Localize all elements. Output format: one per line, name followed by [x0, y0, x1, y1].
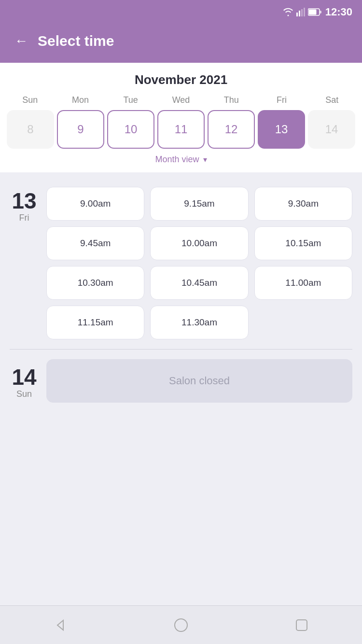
time-slot-900am[interactable]: 9.00am — [46, 187, 144, 221]
salon-closed-label: Salon closed — [169, 375, 230, 387]
time-slots-grid-13: 9.00am9.15am9.30am9.45am10.00am10.15am10… — [46, 187, 352, 339]
status-time: 12:30 — [325, 6, 352, 18]
home-nav-button[interactable] — [173, 617, 189, 633]
back-button[interactable]: ← — [14, 33, 28, 49]
chevron-down-icon: ▾ — [203, 155, 207, 164]
back-nav-button[interactable] — [53, 617, 68, 633]
status-bar: 12:30 — [0, 0, 362, 24]
svg-rect-3 — [304, 8, 305, 16]
day-header-fri: Fri — [256, 95, 306, 105]
day-header-tue: Tue — [106, 95, 156, 105]
cal-day-11[interactable]: 11 — [157, 110, 205, 149]
time-slot-1015am[interactable]: 10.15am — [254, 226, 352, 260]
salon-closed-box: Salon closed — [46, 359, 352, 403]
svg-marker-7 — [57, 620, 63, 630]
status-icons — [283, 8, 321, 16]
time-slot-1045am[interactable]: 10.45am — [150, 266, 248, 300]
day-name-14: Sun — [16, 389, 32, 399]
calendar-section: November 2021 Sun Mon Tue Wed Thu Fri Sa… — [0, 63, 362, 172]
app-header: ← Select time — [0, 24, 362, 63]
recents-nav-button[interactable] — [294, 617, 309, 633]
signal-icon — [296, 8, 305, 16]
svg-rect-9 — [296, 620, 307, 630]
cal-day-9[interactable]: 9 — [57, 110, 104, 149]
cal-day-13[interactable]: 13 — [258, 110, 305, 149]
cal-day-14: 14 — [308, 110, 355, 149]
time-slot-1000am[interactable]: 10.00am — [150, 226, 248, 260]
month-view-toggle[interactable]: Month view ▾ — [5, 149, 357, 168]
nav-bar — [0, 605, 362, 644]
time-slot-1030am[interactable]: 10.30am — [46, 266, 144, 300]
month-year-title: November 2021 — [5, 72, 357, 87]
cal-day-10[interactable]: 10 — [107, 110, 154, 149]
svg-rect-5 — [308, 10, 316, 15]
wifi-icon — [283, 8, 293, 16]
time-slot-930am[interactable]: 9.30am — [254, 187, 352, 221]
cal-day-12[interactable]: 12 — [208, 110, 255, 149]
month-view-label: Month view — [155, 154, 199, 165]
day-label-14: 14 Sun — [10, 363, 39, 399]
svg-rect-6 — [320, 11, 321, 14]
time-slot-1115am[interactable]: 11.15am — [46, 306, 144, 339]
svg-rect-0 — [296, 13, 298, 16]
day-header-sun: Sun — [5, 95, 55, 105]
day-number-14: 14 — [12, 366, 36, 388]
battery-icon — [308, 8, 321, 16]
day-header-mon: Mon — [55, 95, 105, 105]
day-block-14: 14 Sun Salon closed — [0, 350, 362, 412]
time-section: 13 Fri 9.00am9.15am9.30am9.45am10.00am10… — [0, 172, 362, 605]
day-headers: Sun Mon Tue Wed Thu Fri Sat — [5, 95, 357, 105]
day-block-13: 13 Fri 9.00am9.15am9.30am9.45am10.00am10… — [0, 182, 362, 349]
day-label-13: 13 Fri — [10, 187, 39, 223]
calendar-row: 891011121314 — [5, 110, 357, 149]
time-slot-915am[interactable]: 9.15am — [150, 187, 248, 221]
day-header-wed: Wed — [156, 95, 206, 105]
day-header-thu: Thu — [206, 95, 256, 105]
time-slot-1130am[interactable]: 11.30am — [150, 306, 248, 339]
time-slot-945am[interactable]: 9.45am — [46, 226, 144, 260]
day-name-13: Fri — [19, 213, 29, 223]
day-number-13: 13 — [12, 190, 36, 212]
day-header-sat: Sat — [307, 95, 357, 105]
back-triangle-icon — [53, 617, 68, 633]
page-title: Select time — [38, 33, 114, 49]
svg-point-8 — [175, 619, 187, 631]
svg-rect-2 — [301, 9, 303, 16]
recents-square-icon — [294, 617, 309, 633]
svg-rect-1 — [299, 11, 300, 16]
cal-day-8: 8 — [7, 110, 54, 149]
home-circle-icon — [173, 617, 189, 633]
time-slot-1100am[interactable]: 11.00am — [254, 266, 352, 300]
